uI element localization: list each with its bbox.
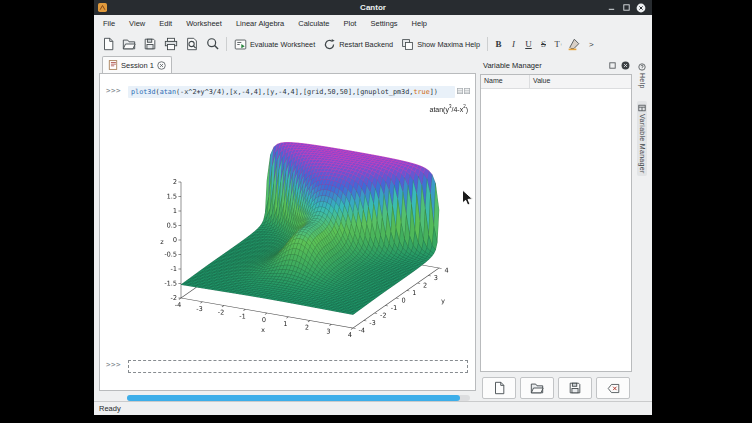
menu-edit[interactable]: Edit — [152, 17, 179, 30]
menu-plot[interactable]: Plot — [337, 17, 364, 30]
underline-button[interactable]: U — [521, 36, 536, 52]
code-token: true — [413, 88, 429, 96]
plot-title: atan(y3/4-x2) — [429, 105, 468, 113]
worksheet-area: Session 1 >>> plot3d(atan(-x^2+y^3/4),[x… — [99, 56, 476, 401]
cantor-app-icon — [98, 3, 107, 12]
cantor-window: Cantor FileViewEditWorksheetLinear Algeb… — [94, 0, 652, 415]
plot-title-text: atan(y — [429, 107, 448, 114]
plot-canvas — [154, 100, 474, 350]
main-content: Session 1 >>> plot3d(atan(-x^2+y^3/4),[x… — [94, 56, 652, 401]
close-button[interactable] — [636, 3, 646, 13]
side-tab-variable-manager[interactable]: Variable Manager — [637, 101, 647, 177]
float-panel-icon[interactable] — [608, 61, 617, 70]
show-maxima-help-button-label: Show Maxima Help — [417, 40, 480, 49]
restart-backend-button[interactable]: Restart Backend — [319, 36, 397, 53]
menu-view[interactable]: View — [122, 17, 152, 30]
toolbar-overflow-chevron[interactable]: > — [589, 40, 594, 49]
panel-title: Variable Manager — [483, 61, 604, 70]
entry-grid-icon[interactable] — [457, 88, 463, 94]
print-preview-icon[interactable] — [181, 35, 202, 54]
menu-file[interactable]: File — [96, 17, 122, 30]
command-input[interactable]: plot3d(atan(-x^2+y^3/4),[x,-4,4],[y,-4,4… — [128, 86, 455, 98]
tab-bar: Session 1 — [99, 56, 476, 73]
minimize-button[interactable] — [606, 3, 616, 13]
column-name[interactable]: Name — [481, 75, 530, 88]
entry-option-icons[interactable] — [455, 86, 471, 94]
highlight-button[interactable] — [566, 36, 581, 52]
plot-title-sup: 2 — [463, 104, 466, 109]
variable-manager-panel: Variable Manager Name Value — [480, 56, 632, 401]
empty-command-input[interactable] — [128, 360, 468, 373]
maximize-button[interactable] — [621, 3, 631, 13]
tab-session-1[interactable]: Session 1 — [102, 56, 172, 73]
code-token: atan — [160, 88, 176, 96]
plot-output: atan(y3/4-x2) — [154, 100, 474, 350]
prompt: >>> — [106, 360, 128, 369]
tab-close-icon[interactable] — [157, 61, 166, 70]
save-icon[interactable] — [139, 35, 160, 54]
plot-title-text: ) — [466, 107, 468, 114]
side-tab-help[interactable]: Help — [637, 60, 647, 92]
code-token: plot3d — [131, 88, 156, 96]
show-maxima-help-button[interactable]: Show Maxima Help — [397, 36, 484, 53]
menu-linear-algebra[interactable]: Linear Algebra — [229, 17, 291, 30]
menu-calculate[interactable]: Calculate — [291, 17, 336, 30]
italic-button[interactable]: I — [506, 36, 521, 52]
load-variables-button[interactable] — [520, 377, 554, 399]
code-token: ]) — [430, 88, 438, 96]
variables-table: Name Value — [480, 74, 632, 372]
menu-help[interactable]: Help — [405, 17, 434, 30]
command-entry: >>> plot3d(atan(-x^2+y^3/4),[x,-4,4],[y,… — [100, 86, 475, 98]
toolbar-separator — [226, 37, 227, 51]
save-variables-button[interactable] — [558, 377, 592, 399]
prompt: >>> — [106, 86, 128, 95]
tab-label: Session 1 — [121, 61, 154, 70]
worksheet-icon — [108, 60, 118, 70]
code-token: (-x^2+y^3/4),[x,-4,4],[y,-4,4],[grid,50,… — [176, 88, 413, 96]
panel-header: Variable Manager — [480, 58, 632, 73]
screenshot-background: Cantor FileViewEditWorksheetLinear Algeb… — [0, 0, 752, 423]
status-bar: Ready — [94, 401, 652, 415]
evaluate-worksheet-button-label: Evaluate Worksheet — [250, 40, 315, 49]
restart-backend-button-label: Restart Backend — [339, 40, 393, 49]
table-header: Name Value — [481, 75, 631, 89]
panel-buttons — [480, 375, 632, 401]
side-tab-strip: HelpVariable Manager — [634, 56, 650, 401]
window-title: Cantor — [94, 3, 652, 12]
menu-settings[interactable]: Settings — [363, 17, 404, 30]
entry-grid-icon[interactable] — [464, 88, 470, 94]
toolbar: Evaluate WorksheetRestart BackendShow Ma… — [94, 32, 652, 56]
worksheet[interactable]: >>> plot3d(atan(-x^2+y^3/4),[x,-4,4],[y,… — [99, 73, 476, 391]
new-worksheet-icon[interactable] — [97, 35, 118, 54]
menubar: FileViewEditWorksheetLinear AlgebraCalcu… — [94, 15, 652, 32]
empty-command-entry: >>> — [100, 360, 475, 373]
evaluate-worksheet-button[interactable]: Evaluate Worksheet — [230, 36, 319, 53]
font-size-button[interactable]: T+ — [551, 36, 566, 52]
side-tab-label: Help — [639, 73, 646, 89]
titlebar[interactable]: Cantor — [94, 0, 652, 15]
clear-variables-button[interactable] — [596, 377, 630, 399]
toolbar-separator — [487, 37, 488, 51]
mouse-cursor — [461, 189, 473, 207]
menu-worksheet[interactable]: Worksheet — [179, 17, 229, 30]
find-icon[interactable] — [202, 35, 223, 54]
print-icon[interactable] — [160, 35, 181, 54]
column-value[interactable]: Value — [530, 75, 631, 88]
strikethrough-button[interactable]: S — [536, 36, 551, 52]
plot-title-text: /4-x — [451, 107, 463, 114]
bold-button[interactable]: B — [491, 36, 506, 52]
table-body[interactable] — [481, 89, 631, 371]
open-icon[interactable] — [118, 35, 139, 54]
status-text: Ready — [99, 404, 121, 413]
close-panel-icon[interactable] — [621, 61, 630, 70]
new-document-button[interactable] — [482, 377, 516, 399]
side-tab-label: Variable Manager — [639, 114, 646, 174]
